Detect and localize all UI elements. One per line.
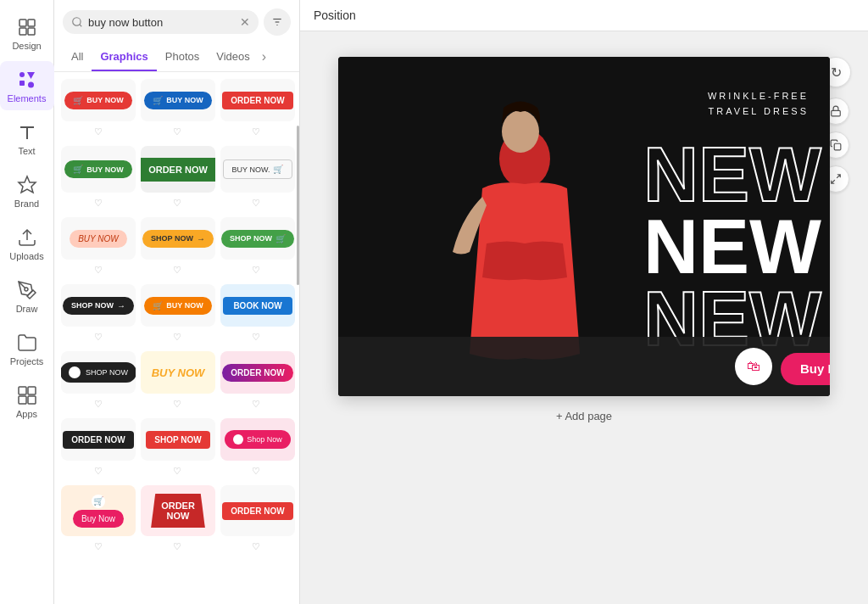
list-item[interactable]: SHOP NOW ♡ <box>141 418 215 461</box>
filter-button[interactable] <box>264 8 291 36</box>
sidebar-item-projects[interactable]: Projects <box>0 324 54 373</box>
elements-grid-wrapper: 🛒BUY NOW ♡ 🛒BUY NOW ♡ ORDER NOW ♡ ♡ <box>54 72 299 604</box>
list-item[interactable]: SHOP NOW🛒 ♡ <box>220 217 295 260</box>
search-input[interactable] <box>88 16 235 29</box>
order-now-stamp: ORDERNOW <box>151 494 205 528</box>
list-item[interactable]: ORDER NOW ♡ <box>220 79 295 121</box>
list-item[interactable]: SHOP NOW→ ♡ <box>141 217 215 260</box>
elements-grid: 🛒BUY NOW ♡ 🛒BUY NOW ♡ ORDER NOW ♡ ♡ <box>54 72 299 568</box>
shop-now-pink: Shop Now <box>225 430 291 449</box>
fav-indicator: ♡ <box>140 126 214 137</box>
sidebar-draw-label: Draw <box>16 304 38 314</box>
fav-indicator: ♡ <box>140 198 214 209</box>
list-item[interactable]: SHOP NOW ♡ <box>61 351 136 394</box>
svg-line-17 <box>80 25 82 27</box>
tab-videos[interactable]: Videos <box>208 43 259 71</box>
canvas-svg: WRINKLE-FREE TRAVEL DRESS NEW NEW NEW <box>338 57 830 396</box>
search-icon <box>71 16 83 28</box>
search-input-wrapper: ✕ <box>63 10 259 34</box>
fav-indicator: ♡ <box>140 332 214 343</box>
element-tabs: All Graphics Photos Videos › <box>54 42 299 72</box>
svg-point-11 <box>25 288 28 291</box>
sidebar-item-apps[interactable]: Apps <box>0 377 54 426</box>
svg-rect-1 <box>28 20 35 26</box>
list-item[interactable]: ORDER NOW ♡ <box>141 146 215 193</box>
tab-all[interactable]: All <box>63 43 92 71</box>
list-item[interactable]: 🛒BUY NOW ♡ <box>141 284 215 327</box>
sidebar-item-uploads[interactable]: Uploads <box>0 219 54 268</box>
add-page-bar: + Add page <box>542 396 626 431</box>
grid-row-fav-4: ♡ ♡ ♡ <box>61 332 292 343</box>
buy-now-orange-cart: 🛒BUY NOW <box>144 297 211 315</box>
fav-indicator: ♡ <box>61 265 135 276</box>
canvas-bag-icon: 🛍 <box>747 359 760 373</box>
canvas-buy-now-text: Buy Now <box>800 361 830 376</box>
tab-more-icon[interactable]: › <box>259 42 270 71</box>
list-item[interactable]: BUY NOW ♡ <box>141 351 215 394</box>
sidebar-item-design[interactable]: Design <box>0 8 54 58</box>
fav-indicator: ♡ <box>219 126 292 137</box>
fav-indicator: ♡ <box>219 332 292 343</box>
grid-row-4: SHOP NOW→ ♡ 🛒BUY NOW ♡ BOOK NOW ♡ <box>61 284 292 327</box>
fav-indicator: ♡ <box>61 332 135 343</box>
fav-indicator: ♡ <box>61 126 135 137</box>
list-item[interactable]: SHOP NOW→ ♡ <box>61 284 136 327</box>
fav-indicator: ♡ <box>61 198 135 209</box>
add-page-button[interactable]: + Add page <box>542 405 626 428</box>
sidebar-uploads-label: Uploads <box>9 251 43 261</box>
svg-rect-14 <box>19 396 26 404</box>
list-item[interactable]: 🛒 Buy Now ♡ <box>61 485 136 536</box>
sidebar-item-brand[interactable]: Brand <box>0 166 54 215</box>
list-item[interactable]: BUY NOW ♡ <box>61 217 136 260</box>
position-bar: Position <box>300 0 868 31</box>
order-now-red-2: ORDER NOW <box>222 502 292 520</box>
sidebar-item-draw[interactable]: Draw <box>0 271 54 321</box>
grid-row-1: 🛒BUY NOW ♡ 🛒BUY NOW ♡ ORDER NOW ♡ <box>61 79 292 121</box>
svg-point-4 <box>19 72 25 77</box>
fav-indicator: ♡ <box>219 198 292 209</box>
sidebar-design-label: Design <box>12 41 41 51</box>
sidebar-text-label: Text <box>18 146 35 156</box>
tab-photos[interactable]: Photos <box>157 43 208 71</box>
list-item[interactable]: 🛒BUY NOW ♡ <box>61 79 136 121</box>
elements-panel: ✕ All Graphics Photos Videos › 🛒BUY NOW … <box>54 0 300 604</box>
copy-icon <box>830 139 842 151</box>
svg-rect-13 <box>28 387 36 394</box>
main-area: Position ↻ <box>300 0 868 604</box>
list-item[interactable]: 🛒BUY NOW ♡ <box>61 146 136 193</box>
fav-indicator: ♡ <box>219 466 292 477</box>
sidebar-item-text[interactable]: Text <box>0 114 54 163</box>
list-item[interactable]: Shop Now ♡ <box>220 418 295 461</box>
list-item[interactable]: BUY NOW.🛒 ♡ <box>220 146 295 193</box>
fav-indicator: ♡ <box>61 541 135 552</box>
grid-row-fav-1: ♡ ♡ ♡ <box>61 126 292 137</box>
fav-indicator: ♡ <box>140 466 214 477</box>
grid-row-fav-2: ♡ ♡ ♡ <box>61 198 292 209</box>
sidebar-item-elements[interactable]: Elements <box>0 61 54 110</box>
grid-row-fav-5: ♡ ♡ ♡ <box>61 399 292 410</box>
expand-icon <box>830 173 842 185</box>
panel-scrollbar[interactable] <box>297 126 299 285</box>
buy-now-peach: BUY NOW <box>70 230 127 248</box>
fav-indicator: ♡ <box>140 399 214 410</box>
canvas-area: ↻ <box>300 31 868 604</box>
grid-row-5: SHOP NOW ♡ BUY NOW ♡ ORDER NOW ♡ <box>61 351 292 394</box>
svg-point-16 <box>73 18 81 25</box>
book-now-blue: BOOK NOW <box>223 297 292 315</box>
list-item[interactable]: ORDER NOW ♡ <box>220 485 295 536</box>
grid-row-6: ORDER NOW ♡ SHOP NOW ♡ Shop Now ♡ <box>61 418 292 461</box>
list-item[interactable]: 🛒BUY NOW ♡ <box>141 79 215 121</box>
sidebar-brand-label: Brand <box>14 199 39 209</box>
svg-rect-2 <box>19 28 26 35</box>
list-item[interactable]: ORDER NOW ♡ <box>61 418 136 461</box>
svg-rect-22 <box>834 143 841 150</box>
search-bar: ✕ <box>54 0 299 42</box>
buy-now-red-cart: 🛒BUY NOW <box>64 92 131 109</box>
list-item[interactable]: ORDERNOW ♡ <box>141 485 215 536</box>
search-clear-icon[interactable]: ✕ <box>240 15 250 29</box>
sidebar: Design Elements Text Brand Uploads <box>0 0 54 604</box>
fav-indicator: ♡ <box>140 541 214 552</box>
list-item[interactable]: BOOK NOW ♡ <box>220 284 295 327</box>
list-item[interactable]: ORDER NOW ♡ <box>220 351 295 394</box>
tab-graphics[interactable]: Graphics <box>92 43 156 71</box>
